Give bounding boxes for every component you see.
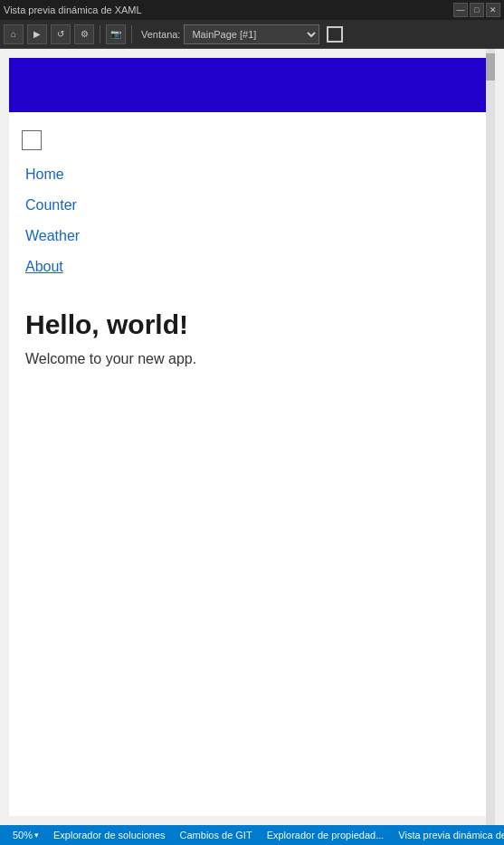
preview-area: Home Counter Weather About Hello, world!… <box>0 49 504 825</box>
toolbar-refresh-icon[interactable]: ↺ <box>51 24 71 44</box>
toolbar-separator <box>100 25 100 43</box>
nav-item-weather[interactable]: Weather <box>9 221 495 252</box>
app-frame: Home Counter Weather About Hello, world!… <box>9 58 495 816</box>
scrollbar-track[interactable] <box>486 49 495 825</box>
toolbar-settings-icon[interactable]: ⚙ <box>74 24 94 44</box>
toolbar-separator-2 <box>131 25 132 43</box>
status-item-git[interactable]: Cambios de GIT <box>173 825 260 845</box>
status-item-properties[interactable]: Explorador de propiedad... <box>260 825 392 845</box>
status-item-preview[interactable]: Vista previa dinámica de... <box>391 825 504 845</box>
zoom-value: 50% <box>13 830 33 840</box>
status-bar: 50% ▾ Explorador de soluciones Cambios d… <box>0 825 504 845</box>
main-heading: Hello, world! <box>25 309 479 340</box>
nav-item-counter[interactable]: Counter <box>9 190 495 221</box>
title-bar-controls[interactable]: — □ ✕ <box>453 3 500 17</box>
close-button[interactable]: ✕ <box>486 3 500 17</box>
status-zoom[interactable]: 50% ▾ <box>5 825 46 845</box>
toolbar-play-icon[interactable]: ▶ <box>27 24 47 44</box>
app-navigation: Home Counter Weather About <box>9 112 495 291</box>
title-bar-left: Vista previa dinámica de XAML <box>4 5 142 15</box>
nav-item-about[interactable]: About <box>9 252 495 282</box>
toolbar: ⌂ ▶ ↺ ⚙ 📷 Ventana: MainPage [#1] <box>0 20 504 49</box>
toolbar-camera-icon[interactable]: 📷 <box>106 24 126 44</box>
minimize-button[interactable]: — <box>453 3 468 17</box>
toolbar-home-icon[interactable]: ⌂ <box>4 24 24 44</box>
nav-item-home[interactable]: Home <box>9 159 495 190</box>
status-item-explorer[interactable]: Explorador de soluciones <box>46 825 173 845</box>
preview-container: Home Counter Weather About Hello, world!… <box>0 49 504 825</box>
toolbar-square-icon <box>327 26 343 43</box>
main-content: Hello, world! Welcome to your new app. <box>9 291 495 385</box>
window-label: Ventana: <box>141 29 180 40</box>
nav-toggle-icon[interactable] <box>22 130 42 150</box>
title-bar: Vista previa dinámica de XAML — □ ✕ <box>0 0 504 20</box>
title-bar-title: Vista previa dinámica de XAML <box>4 5 142 15</box>
zoom-arrow-icon: ▾ <box>34 831 39 840</box>
window-select[interactable]: MainPage [#1] <box>184 24 319 44</box>
restore-button[interactable]: □ <box>470 3 484 17</box>
scrollbar-thumb[interactable] <box>486 53 495 81</box>
main-subtitle: Welcome to your new app. <box>25 351 479 367</box>
app-header <box>9 58 495 112</box>
